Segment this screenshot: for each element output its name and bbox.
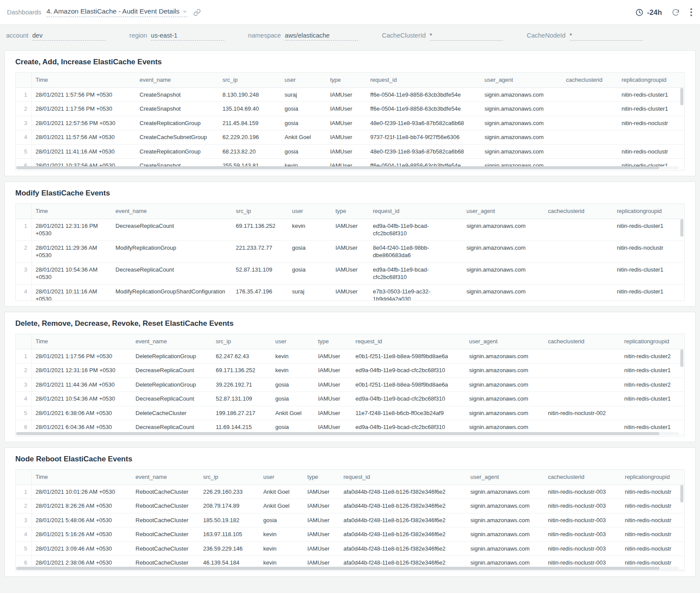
table-cell: 28/01/2021 10:54:36 AM +0530 — [32, 262, 112, 284]
column-header-user_agent[interactable]: user_agent — [466, 334, 544, 349]
vertical-scrollbar[interactable] — [680, 205, 683, 300]
table-cell — [563, 102, 618, 116]
time-range-selector[interactable]: -24h — [635, 8, 662, 17]
table-cell: signin.amazonaws.com — [481, 102, 562, 116]
reboot-events-table: Timeevent_namesrc_ipusertyperequest_idus… — [16, 470, 684, 571]
table-cell: 28/01/2021 12:31:16 PM +0530 — [32, 363, 132, 378]
column-header-type[interactable]: type — [326, 73, 367, 87]
vertical-scrollbar[interactable] — [680, 335, 683, 435]
table-cell — [563, 144, 618, 159]
column-header-src_ip[interactable]: src_ip — [232, 204, 288, 219]
table-header-row: Timeevent_namesrc_ipusertyperequest_idus… — [16, 334, 684, 349]
horizontal-scrollbar[interactable] — [16, 432, 679, 435]
row-number: 3 — [16, 116, 32, 130]
column-header-type[interactable]: type — [332, 204, 370, 219]
table-cell: e0b1-f251-11e8-b8ea-598f9bd8ae6a — [352, 349, 466, 363]
table-area: Timeevent_namesrc_ipusertyperequest_idus… — [15, 334, 685, 436]
column-header-request_id[interactable]: request_id — [340, 470, 467, 485]
table-cell: nitin-redis-cluster2 — [621, 377, 684, 392]
table-cell — [563, 116, 618, 130]
kebab-menu-icon[interactable] — [690, 8, 693, 16]
panel-title: Create, Add, Increase ElastiCache Events — [15, 58, 685, 66]
column-header-request_id[interactable]: request_id — [352, 334, 466, 349]
column-header-request_id[interactable]: request_id — [369, 204, 463, 219]
column-header-replicationgroupid[interactable]: replicationgroupid — [613, 204, 684, 219]
table-cell: ModifyReplicationGroupShardConfiguration — [112, 284, 232, 300]
horizontal-scrollbar[interactable] — [16, 166, 679, 169]
table-cell: nitin-redis-noclustr — [621, 527, 684, 542]
table-cell: 28/01/2021 1:17:56 PM +0530 — [32, 102, 136, 116]
table-cell — [545, 392, 621, 406]
column-header-user[interactable]: user — [272, 334, 315, 349]
column-header-event_name[interactable]: event_name — [132, 334, 212, 349]
column-header-time[interactable]: Time — [32, 334, 132, 349]
column-header-replicationgroupid[interactable]: replicationgroupid — [621, 470, 684, 485]
table-area: Timeevent_namesrc_ipusertyperequest_idus… — [15, 469, 685, 571]
panel-create-events: Create, Add, Increase ElastiCache Events… — [4, 50, 696, 176]
link-icon[interactable] — [193, 9, 201, 16]
horizontal-scrollbar[interactable] — [16, 567, 679, 570]
column-header-time[interactable]: Time — [32, 204, 112, 219]
column-header-type[interactable]: type — [304, 470, 340, 485]
column-header-user[interactable]: user — [260, 470, 304, 485]
filter-namespace-value[interactable]: aws/elasticache — [285, 32, 358, 41]
vertical-scrollbar[interactable] — [680, 471, 683, 570]
table-cell — [621, 406, 684, 420]
column-header-event_name[interactable]: event_name — [136, 73, 219, 87]
column-header-src_ip[interactable]: src_ip — [219, 73, 281, 87]
column-header-user[interactable]: user — [281, 73, 327, 87]
column-header-type[interactable]: type — [315, 334, 352, 349]
column-header-src_ip[interactable]: src_ip — [212, 334, 272, 349]
table-cell — [545, 284, 613, 300]
table-cell: 221.233.72.77 — [232, 241, 288, 262]
column-header-request_id[interactable]: request_id — [367, 73, 481, 87]
column-header-user[interactable]: user — [288, 204, 332, 219]
panel-title: Node Reboot ElastiCache Events — [15, 455, 685, 464]
table-cell: IAMUser — [332, 262, 370, 284]
column-header-user_agent[interactable]: user_agent — [463, 204, 544, 219]
vertical-scrollbar[interactable] — [680, 73, 683, 169]
column-header-replicationgroupid[interactable]: replicationgroupid — [621, 334, 684, 349]
table-cell: 52.87.131.109 — [212, 392, 272, 406]
column-header-event_name[interactable]: event_name — [132, 470, 200, 485]
column-header-user_agent[interactable]: user_agent — [467, 470, 544, 485]
table-cell: DecreaseReplicaCount — [132, 363, 212, 378]
column-header-cacheclusterid[interactable]: cacheclusterid — [545, 334, 621, 349]
filter-cachenodeid-value[interactable]: * — [570, 32, 643, 41]
column-header-user_agent[interactable]: user_agent — [481, 73, 562, 87]
table-row: 228/01/2021 1:17:56 PM +0530CreateSnapsh… — [16, 102, 684, 116]
column-header-time[interactable]: Time — [32, 470, 132, 485]
table-cell: gosia — [288, 262, 332, 284]
column-header-replicationgroupid[interactable]: replicationgroupid — [618, 73, 684, 87]
column-header-cacheclusterid[interactable]: cacheclusterid — [563, 73, 618, 87]
table-cell: RebootCacheCluster — [132, 513, 200, 527]
table-cell: nitin-redis-cluster1 — [618, 102, 684, 116]
table-row: 428/01/2021 10:54:36 AM +0530DecreaseRep… — [16, 392, 684, 406]
table-cell: IAMUser — [304, 485, 340, 499]
column-header-event_name[interactable]: event_name — [112, 204, 232, 219]
table-cell: 176.35.47.196 — [232, 284, 288, 300]
table-row: 228/01/2021 11:29:36 AM +0530ModifyRepli… — [16, 241, 684, 262]
filter-cacheclusterid-value[interactable]: * — [430, 32, 503, 41]
dashboard-title-selector[interactable]: 4. Amazon ElastiCache - Audit Event Deta… — [46, 7, 187, 17]
row-number: 5 — [16, 406, 32, 420]
filter-account-value[interactable]: dev — [32, 32, 106, 41]
table-cell: signin.amazonaws.com — [481, 144, 562, 159]
column-header-cacheclusterid[interactable]: cacheclusterid — [545, 204, 613, 219]
table-cell: nitin-redis-noclustr — [621, 513, 684, 527]
table-cell: signin.amazonaws.com — [463, 262, 544, 284]
table-cell: 69.171.136.252 — [212, 363, 272, 378]
column-header-src_ip[interactable]: src_ip — [200, 470, 260, 485]
table-cell: CreateReplicationGroup — [136, 144, 219, 159]
refresh-icon[interactable] — [672, 8, 680, 17]
table-cell: Ankit Goel — [260, 499, 304, 513]
table-row: 328/01/2021 5:48:06 AM +0530RebootCacheC… — [16, 513, 684, 527]
filter-region-value[interactable]: us-east-1 — [151, 32, 224, 41]
row-number: 1 — [16, 349, 32, 363]
table-cell: signin.amazonaws.com — [467, 485, 544, 499]
breadcrumb[interactable]: Dashboards — [7, 9, 41, 16]
column-header-cacheclusterid[interactable]: cacheclusterid — [545, 470, 622, 485]
column-header-time[interactable]: Time — [32, 73, 136, 87]
table-row: 528/01/2021 6:38:06 AM +0530DeleteCacheC… — [16, 406, 684, 420]
table-cell — [563, 87, 618, 102]
